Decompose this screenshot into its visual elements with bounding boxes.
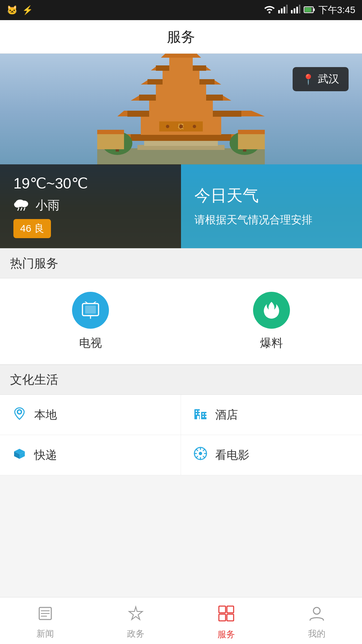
svg-rect-51 [85, 306, 96, 314]
nav-services-label: 服务 [218, 629, 235, 640]
hotel-icon [193, 406, 208, 424]
news-icon [37, 605, 53, 625]
nav-news-label: 新闻 [37, 628, 54, 640]
usb-icon: ⚡ [22, 5, 33, 15]
culture-section: 本地 酒店 [0, 395, 362, 475]
hot-services-header: 热门服务 [0, 248, 362, 278]
service-tv-label: 电视 [79, 335, 102, 351]
svg-point-73 [199, 452, 202, 455]
svg-line-80 [203, 449, 205, 451]
svg-rect-25 [163, 70, 199, 85]
svg-rect-42 [238, 134, 265, 149]
wifi-icon [264, 5, 275, 16]
service-item-tv[interactable]: 电视 [0, 292, 181, 351]
svg-rect-61 [198, 411, 200, 412]
express-icon [12, 446, 27, 464]
weather-left-panel: 19℃~30℃ 小雨 46 良 [0, 164, 181, 248]
weather-aqi-badge: 46 良 [13, 219, 51, 238]
svg-point-91 [313, 607, 320, 614]
svg-marker-29 [161, 54, 201, 58]
svg-rect-89 [219, 614, 226, 621]
culture-express-label: 快递 [34, 447, 57, 463]
svg-line-79 [203, 456, 205, 458]
signal2-icon [291, 5, 300, 16]
mine-icon [309, 605, 325, 625]
svg-rect-19 [149, 101, 213, 117]
svg-rect-2 [284, 7, 285, 13]
service-item-hot[interactable]: 爆料 [181, 292, 362, 351]
svg-rect-60 [196, 411, 197, 412]
hot-services-grid: 电视 爆料 [0, 278, 362, 365]
svg-rect-67 [205, 416, 206, 417]
location-badge[interactable]: 📍 武汉 [293, 67, 349, 91]
svg-rect-6 [296, 7, 298, 13]
svg-rect-63 [198, 413, 200, 415]
svg-rect-0 [278, 10, 280, 13]
svg-rect-90 [227, 614, 234, 621]
local-icon [12, 406, 27, 424]
svg-rect-15 [131, 134, 231, 141]
culture-item-local[interactable]: 本地 [0, 395, 181, 435]
tv-icon-circle [72, 292, 109, 329]
nav-item-news[interactable]: 新闻 [0, 602, 90, 640]
cat-icon: 🐱 [7, 5, 17, 15]
svg-rect-7 [299, 5, 300, 13]
bottom-nav: 新闻 政务 服务 我的 [0, 597, 362, 644]
nav-item-services[interactable]: 服务 [181, 601, 272, 640]
cloud-rain-icon [13, 197, 30, 214]
hot-services-title: 热门服务 [10, 255, 58, 272]
svg-marker-41 [97, 130, 124, 134]
status-right-area: 下午3:45 [264, 4, 356, 16]
svg-rect-28 [169, 58, 193, 71]
nav-item-politics[interactable]: 政务 [90, 602, 181, 640]
culture-life-title: 文化生活 [10, 372, 58, 388]
politics-icon [128, 605, 144, 625]
today-weather-title: 今日天气 [194, 185, 349, 206]
svg-rect-66 [202, 416, 204, 417]
culture-item-express[interactable]: 快递 [0, 435, 181, 475]
status-bar: 🐱 ⚡ [0, 0, 362, 20]
page-title: 服务 [167, 28, 195, 46]
signal1-icon [278, 5, 288, 16]
svg-point-46 [14, 202, 21, 208]
svg-point-35 [193, 125, 196, 128]
pagoda-image: 楼 [97, 54, 265, 165]
nav-item-mine[interactable]: 我的 [272, 602, 362, 640]
svg-marker-86 [129, 607, 142, 620]
svg-rect-5 [294, 8, 295, 13]
svg-rect-3 [286, 5, 288, 13]
svg-line-81 [196, 456, 198, 458]
svg-point-33 [179, 124, 183, 128]
svg-rect-65 [205, 413, 206, 415]
svg-rect-22 [156, 85, 206, 101]
weather-condition-row: 小雨 [13, 197, 168, 214]
culture-life-header: 文化生活 [0, 365, 362, 395]
culture-item-movie[interactable]: 看电影 [181, 435, 362, 475]
svg-rect-40 [97, 134, 124, 149]
svg-line-47 [18, 208, 19, 211]
svg-point-34 [166, 125, 169, 128]
culture-item-hotel[interactable]: 酒店 [181, 395, 362, 435]
svg-rect-4 [291, 10, 293, 13]
svg-marker-43 [238, 130, 265, 134]
culture-local-label: 本地 [34, 407, 57, 423]
time-display: 下午3:45 [318, 4, 356, 16]
hot-icon-circle [253, 292, 290, 329]
svg-rect-87 [219, 606, 226, 613]
svg-rect-9 [305, 7, 311, 12]
svg-point-57 [18, 411, 21, 413]
svg-point-45 [20, 201, 28, 207]
weather-temperature: 19℃~30℃ [13, 175, 168, 192]
culture-grid: 本地 酒店 [0, 395, 362, 475]
status-left-icons: 🐱 ⚡ [7, 5, 33, 15]
service-hot-label: 爆料 [260, 335, 283, 351]
top-header: 服务 [0, 20, 362, 54]
svg-rect-10 [314, 8, 315, 11]
location-name: 武汉 [318, 72, 339, 87]
culture-hotel-label: 酒店 [215, 407, 238, 423]
today-weather-desc: 请根据天气情况合理安排 [194, 212, 349, 228]
svg-line-49 [24, 208, 25, 211]
svg-rect-59 [201, 412, 206, 419]
culture-movie-label: 看电影 [215, 447, 249, 463]
battery-icon [304, 5, 315, 15]
